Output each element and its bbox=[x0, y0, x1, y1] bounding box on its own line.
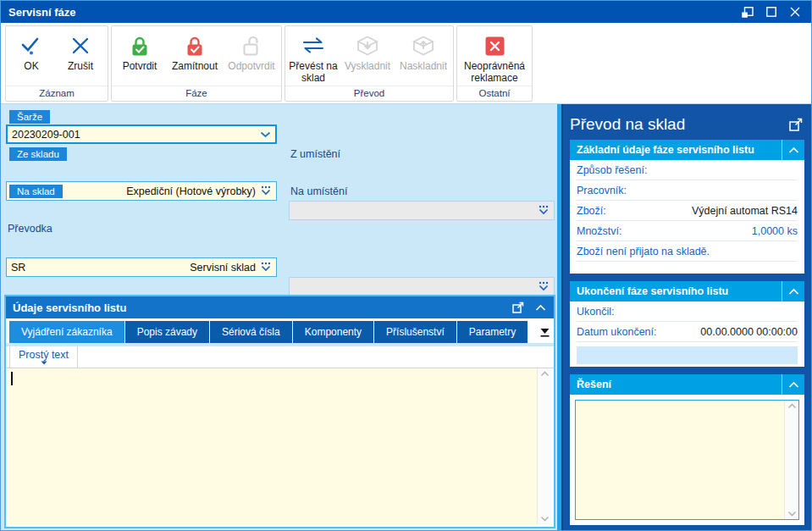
to-warehouse-field[interactable]: SR Servisní sklad bbox=[6, 257, 277, 277]
details-tab-bar: Vyjádření zákazníka Popis závady Sériová… bbox=[6, 321, 554, 343]
completion-empty-field bbox=[577, 346, 798, 364]
ribbon-group-prevod: Převést na sklad Vyskladnit Naskladnit P… bbox=[284, 25, 454, 102]
close-button[interactable] bbox=[787, 4, 803, 19]
box-arrow-up-icon bbox=[411, 33, 436, 58]
batch-value: 20230209-001 bbox=[12, 129, 80, 141]
ok-button[interactable]: OK bbox=[8, 27, 55, 86]
info-row-worker: Pracovník: bbox=[577, 180, 798, 201]
scroll-down-icon bbox=[540, 516, 550, 522]
tab-defect-description[interactable]: Popis závady bbox=[125, 321, 209, 343]
ribbon-group-ostatni: Neoprávněná reklamace Ostatní bbox=[456, 25, 533, 102]
side-panel-title: Převod na sklad bbox=[570, 115, 685, 134]
transfer-arrows-icon bbox=[300, 33, 327, 58]
completion-section-title: Ukončení fáze servisního listu bbox=[570, 285, 728, 297]
to-location-field bbox=[289, 277, 555, 296]
tab-customer-statement[interactable]: Vyjádření zákazníka bbox=[9, 321, 124, 343]
close-icon bbox=[790, 7, 800, 17]
service-phase-window: Servisní fáze bbox=[0, 0, 812, 531]
info-row-not-received: Zboží není přijato na skladě. bbox=[577, 241, 798, 262]
to-warehouse-field-tab-label: Na sklad bbox=[9, 185, 63, 198]
basic-section-header: Základní údaje fáze servisního listu bbox=[570, 140, 804, 160]
open-in-window-icon[interactable] bbox=[512, 301, 524, 313]
unauthorized-claim-button[interactable]: Neoprávněná reklamace bbox=[459, 27, 530, 86]
maximize-icon bbox=[766, 7, 776, 17]
lock-open-gray-icon bbox=[240, 33, 262, 58]
tab-accessories[interactable]: Příslušenství bbox=[374, 321, 456, 343]
details-panel-header: Údaje servisního listu bbox=[6, 296, 554, 318]
solution-section-title: Řešení bbox=[570, 379, 611, 390]
details-scrollbar[interactable] bbox=[537, 368, 551, 524]
ribbon-group-zaznam: OK Zrušit Záznam bbox=[5, 25, 108, 102]
chevron-up-icon bbox=[788, 147, 799, 154]
stock-in-button: Naskladnit bbox=[395, 27, 451, 86]
ribbon-toolbar: OK Zrušit Záznam Potvrdit bbox=[1, 23, 811, 104]
text-cursor bbox=[11, 372, 13, 385]
cancel-button[interactable]: Zrušit bbox=[55, 27, 106, 86]
solution-scrollbar[interactable] bbox=[784, 401, 798, 519]
tab-components[interactable]: Komponenty bbox=[293, 321, 373, 343]
collapse-chevron-up-icon[interactable] bbox=[535, 304, 546, 312]
red-x-box-icon bbox=[485, 33, 505, 58]
to-warehouse-code: SR bbox=[11, 262, 25, 274]
basic-phase-data-section: Základní údaje fáze servisního listu Způ… bbox=[570, 140, 804, 274]
reject-button[interactable]: Zamítnout bbox=[166, 27, 224, 86]
subtab-plain-text[interactable]: Prostý text bbox=[9, 346, 78, 368]
subtab-row: Prostý text bbox=[6, 346, 554, 368]
service-sheet-details-panel: Údaje servisního listu Vyjádření zákazní… bbox=[4, 295, 555, 528]
customer-statement-textarea[interactable] bbox=[8, 368, 551, 524]
from-location-field bbox=[289, 201, 555, 220]
lookup-icon[interactable] bbox=[538, 205, 550, 216]
chevron-up-icon bbox=[788, 381, 799, 389]
ribbon-group-label-prevod: Převod bbox=[285, 86, 453, 101]
solution-section: Řešení bbox=[570, 374, 804, 525]
window-controls bbox=[740, 4, 811, 19]
scroll-up-icon bbox=[787, 403, 797, 409]
unconfirm-button: Odpotvrdit bbox=[224, 27, 279, 86]
tab-overflow-button[interactable] bbox=[535, 321, 554, 343]
open-in-window-icon[interactable] bbox=[789, 118, 804, 131]
to-location-label: Na umístění bbox=[290, 185, 347, 197]
info-row-quantity: Množství: 1,0000 ks bbox=[577, 221, 798, 241]
info-row-goods: Zboží: Výdejní automat RS14 bbox=[577, 201, 798, 221]
ribbon-group-label-zaznam: Záznam bbox=[6, 86, 108, 101]
batch-field-tab-label: Šarže bbox=[9, 110, 50, 124]
batch-combobox[interactable]: 20230209-001 bbox=[6, 124, 277, 144]
scroll-up-icon bbox=[540, 371, 550, 377]
info-row-completion-date: Datum ukončení: 00.00.0000 00:00:00 bbox=[577, 322, 798, 342]
side-panel-header: Převod na sklad bbox=[570, 109, 804, 140]
maximize-button[interactable] bbox=[764, 4, 779, 19]
chevron-down-icon[interactable] bbox=[260, 131, 271, 138]
from-location-label: Z umístění bbox=[290, 148, 340, 160]
ok-check-star-icon bbox=[19, 33, 43, 58]
collapse-button[interactable] bbox=[782, 140, 804, 160]
collapse-button[interactable] bbox=[782, 281, 804, 301]
from-warehouse-field-tab-label: Ze skladu bbox=[9, 147, 67, 161]
overflow-dropdown-icon bbox=[539, 327, 550, 338]
window-title: Servisní fáze bbox=[1, 6, 76, 19]
to-warehouse-name: Servisní sklad bbox=[190, 262, 260, 274]
ribbon-group-faze: Potvrdit Zamítnout Odpotvrdit Fáze bbox=[111, 25, 282, 102]
collapse-button[interactable] bbox=[782, 374, 804, 395]
dock-window-button[interactable] bbox=[740, 4, 755, 19]
lookup-icon[interactable] bbox=[260, 262, 272, 273]
transfer-to-stock-button[interactable]: Převést na sklad bbox=[287, 27, 340, 86]
lookup-icon[interactable] bbox=[260, 185, 272, 196]
lookup-icon[interactable] bbox=[538, 281, 550, 292]
dock-icon bbox=[742, 7, 754, 18]
tab-parameters[interactable]: Parametry bbox=[457, 321, 528, 343]
cancel-x-icon bbox=[70, 33, 91, 58]
ribbon-group-label-ostatni: Ostatní bbox=[457, 86, 532, 101]
titlebar: Servisní fáze bbox=[1, 1, 811, 23]
tab-serial-numbers[interactable]: Sériová čísla bbox=[210, 321, 292, 343]
details-panel-title: Údaje servisního listu bbox=[6, 301, 126, 314]
transfer-to-stock-panel: Převod na sklad Základní údaje fáze serv… bbox=[561, 104, 811, 530]
lock-red-check-icon bbox=[184, 33, 206, 58]
ribbon-group-label-faze: Fáze bbox=[112, 86, 281, 101]
solution-section-header: Řešení bbox=[570, 374, 804, 395]
transfer-note-label: Převodka bbox=[8, 223, 52, 235]
solution-textarea[interactable] bbox=[575, 400, 799, 520]
confirm-button[interactable]: Potvrdit bbox=[113, 27, 166, 86]
basic-section-title: Základní údaje fáze servisního listu bbox=[570, 144, 754, 156]
phase-completion-section: Ukončení fáze servisního listu Ukončil: … bbox=[570, 281, 804, 367]
scroll-down-icon bbox=[787, 511, 797, 517]
